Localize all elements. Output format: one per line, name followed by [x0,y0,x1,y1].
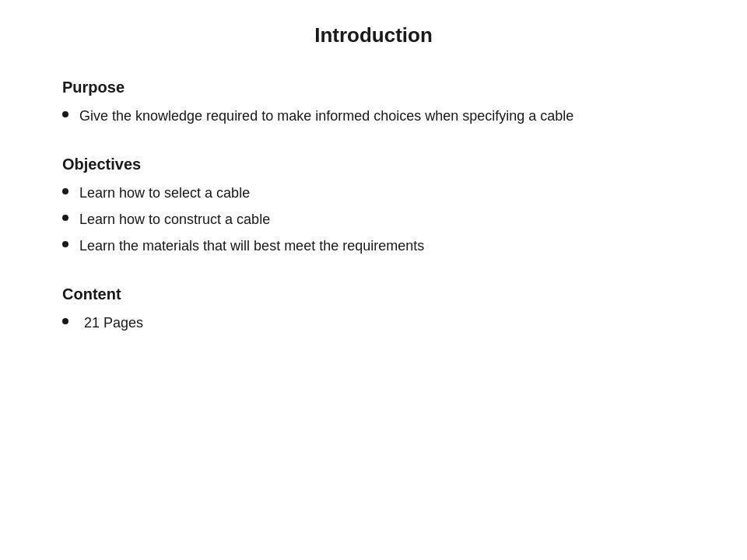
bullet-icon [62,318,68,324]
objectives-item-2: Learn how to construct a cable [79,209,685,229]
bullet-icon [62,111,68,117]
page-title: Introduction [62,16,685,47]
purpose-item-1: Give the knowledge required to make info… [79,106,685,126]
content-item-1: 21 Pages [84,313,685,333]
bullet-icon [62,215,68,221]
purpose-section: Purpose Give the knowledge required to m… [62,79,685,132]
bullet-icon [62,241,68,247]
content-section: Content 21 Pages [62,285,685,339]
bullet-icon [62,188,68,194]
list-item: Learn how to construct a cable [62,209,685,229]
objectives-section: Objectives Learn how to select a cable L… [62,156,685,262]
objectives-list: Learn how to select a cable Learn how to… [62,183,685,256]
content-list: 21 Pages [62,313,685,333]
objectives-item-1: Learn how to select a cable [79,183,685,203]
list-item: 21 Pages [62,313,685,333]
list-item: Give the knowledge required to make info… [62,106,685,126]
list-item: Learn how to select a cable [62,183,685,203]
purpose-heading: Purpose [62,79,685,96]
page: Introduction Purpose Give the knowledge … [0,0,747,560]
objectives-item-3: Learn the materials that will best meet … [79,236,685,256]
objectives-heading: Objectives [62,156,685,173]
purpose-list: Give the knowledge required to make info… [62,106,685,126]
content-heading: Content [62,285,685,303]
list-item: Learn the materials that will best meet … [62,236,685,256]
